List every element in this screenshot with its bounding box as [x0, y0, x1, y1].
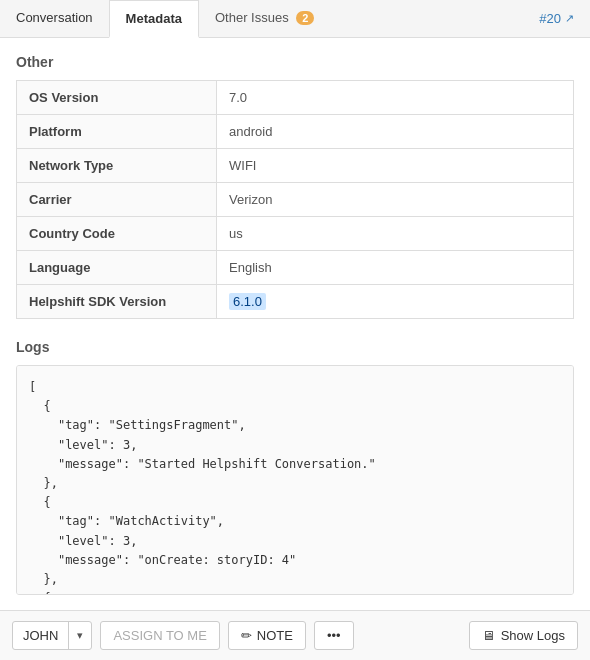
meta-value: WIFI	[217, 149, 574, 183]
meta-key: Platform	[17, 115, 217, 149]
meta-value: Verizon	[217, 183, 574, 217]
meta-value: English	[217, 251, 574, 285]
metadata-table: OS Version7.0PlatformandroidNetwork Type…	[16, 80, 574, 319]
meta-key: Language	[17, 251, 217, 285]
more-icon: •••	[327, 628, 341, 643]
sdk-version-highlight: 6.1.0	[229, 293, 266, 310]
main-content: Other OS Version7.0PlatformandroidNetwor…	[0, 38, 590, 610]
tab-conversation[interactable]: Conversation	[0, 0, 109, 37]
show-logs-icon: 🖥	[482, 628, 495, 643]
bottom-bar: JOHN ▾ ASSIGN TO ME ✏ NOTE ••• 🖥 Show Lo…	[0, 610, 590, 660]
note-icon: ✏	[241, 628, 252, 643]
issue-number-label: #20	[539, 11, 561, 26]
user-name-label[interactable]: JOHN	[13, 622, 69, 649]
tab-other-issues[interactable]: Other Issues 2	[199, 0, 330, 37]
table-row: Platformandroid	[17, 115, 574, 149]
tab-bar: Conversation Metadata Other Issues 2 #20…	[0, 0, 590, 38]
other-issues-badge: 2	[296, 11, 314, 25]
logs-content-box[interactable]: [ { "tag": "SettingsFragment", "level": …	[16, 365, 574, 595]
user-dropdown[interactable]: JOHN ▾	[12, 621, 92, 650]
issue-number-link[interactable]: #20 ↗	[523, 1, 590, 36]
show-logs-button[interactable]: 🖥 Show Logs	[469, 621, 578, 650]
logs-section-title: Logs	[16, 339, 574, 355]
meta-key: Helpshift SDK Version	[17, 285, 217, 319]
table-row: CarrierVerizon	[17, 183, 574, 217]
meta-key: OS Version	[17, 81, 217, 115]
meta-key: Carrier	[17, 183, 217, 217]
external-link-icon: ↗	[565, 12, 574, 25]
more-options-button[interactable]: •••	[314, 621, 354, 650]
meta-value: us	[217, 217, 574, 251]
meta-value: 7.0	[217, 81, 574, 115]
table-row: Helpshift SDK Version6.1.0	[17, 285, 574, 319]
meta-value: 6.1.0	[217, 285, 574, 319]
meta-value: android	[217, 115, 574, 149]
assign-to-me-button[interactable]: ASSIGN TO ME	[100, 621, 219, 650]
meta-key: Network Type	[17, 149, 217, 183]
logs-text: [ { "tag": "SettingsFragment", "level": …	[29, 378, 561, 595]
meta-key: Country Code	[17, 217, 217, 251]
table-row: Country Codeus	[17, 217, 574, 251]
table-row: OS Version7.0	[17, 81, 574, 115]
note-button[interactable]: ✏ NOTE	[228, 621, 306, 650]
tab-metadata[interactable]: Metadata	[109, 0, 199, 38]
metadata-section-title: Other	[16, 54, 574, 70]
dropdown-caret-icon[interactable]: ▾	[69, 623, 91, 648]
table-row: LanguageEnglish	[17, 251, 574, 285]
table-row: Network TypeWIFI	[17, 149, 574, 183]
